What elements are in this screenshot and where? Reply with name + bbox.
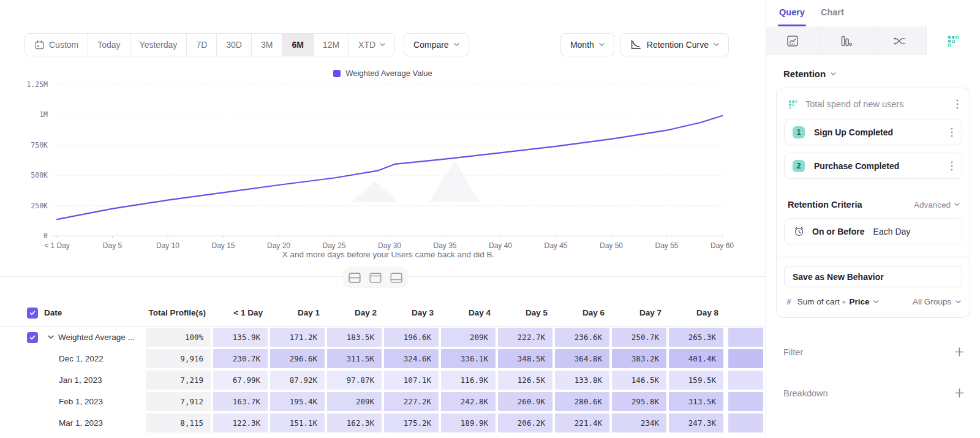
step-event-label: Sign Up Completed: [814, 127, 949, 137]
report-section-dropdown[interactable]: Retention: [776, 55, 970, 88]
retention-value-cell: 265.3K: [669, 328, 723, 347]
range-button-custom[interactable]: Custom: [25, 34, 88, 56]
compare-label: Compare: [413, 40, 449, 50]
retention-value-cell: 234K: [612, 413, 666, 432]
criteria-mode-dropdown[interactable]: Advanced: [914, 200, 960, 210]
retention-timing-card[interactable]: On or Before Each Day: [784, 218, 962, 244]
kebab-menu-icon[interactable]: [949, 160, 954, 172]
retention-value-cell: 313.5K: [669, 392, 723, 411]
retention-grid-icon[interactable]: [927, 26, 980, 55]
retention-value-cell: 260.9K: [498, 392, 552, 411]
step-number-badge: 1: [793, 126, 805, 138]
retention-value-cell: 311.5K: [327, 349, 382, 368]
event-step-sign-up-completed[interactable]: 1Sign Up Completed: [784, 119, 962, 145]
range-button-today[interactable]: Today: [88, 34, 130, 56]
range-button-12m[interactable]: 12M: [314, 34, 349, 56]
x-axis-tick-label: Day 60: [710, 241, 734, 250]
criteria-mode-label: Advanced: [914, 200, 951, 210]
retention-value-cell: 116.9K: [441, 371, 496, 390]
tab-query[interactable]: Query: [779, 7, 805, 26]
retention-value-cell: 196.6K: [384, 328, 439, 347]
x-axis-tick-label: Day 35: [433, 241, 456, 250]
table-only-view-button[interactable]: [386, 269, 406, 286]
kebab-menu-icon[interactable]: [955, 98, 960, 110]
card-divider: [777, 257, 970, 257]
column-header: Day 4: [441, 308, 498, 317]
retention-value-cell: 242.8K: [441, 392, 496, 411]
retention-value-cell: 151.1K: [270, 413, 325, 432]
layout-view-toggle: [343, 267, 408, 288]
retention-value-cell: 107.1K: [384, 371, 439, 390]
x-axis-tick-label: Day 25: [322, 241, 345, 250]
range-button-3m[interactable]: 3M: [252, 34, 282, 56]
chart-type-dropdown[interactable]: Retention Curve: [620, 33, 729, 56]
column-header: Day 1: [270, 308, 327, 317]
range-button-7d[interactable]: 7D: [187, 34, 217, 56]
add-breakdown-button[interactable]: [952, 386, 967, 400]
granularity-label: Month: [570, 40, 594, 50]
column-header: Day 6: [555, 308, 612, 317]
retention-value-cell: 146.5K: [612, 371, 666, 390]
chevron-down-icon: [873, 300, 879, 304]
sidebar-tabs: Query Chart: [766, 0, 980, 26]
toolbar-right-controls: Month Retention Curve: [560, 33, 729, 56]
chart-only-view-button[interactable]: [366, 269, 385, 286]
row-label: Jan 1, 2023: [59, 376, 102, 385]
row-date-label: Weighted Average ...: [40, 333, 146, 342]
breadcrumb-arrow-icon: ▸: [843, 298, 846, 306]
expand-chevron-icon[interactable]: [48, 335, 54, 339]
calendar-icon: [34, 40, 45, 50]
retention-value-cell: 336.1K: [441, 349, 496, 368]
row-label: Feb 1, 2023: [59, 397, 103, 406]
retention-value-cell: 135.9K: [213, 328, 268, 347]
retention-value-cell: 162.3K: [327, 413, 382, 432]
granularity-dropdown[interactable]: Month: [560, 33, 614, 56]
range-button-6m[interactable]: 6M: [282, 34, 313, 56]
main-panel: CustomTodayYesterday7D30D3M6M12MXTD Comp…: [0, 0, 766, 438]
event-step-purchase-completed[interactable]: 2Purchase Completed: [784, 153, 962, 179]
retention-value-cell: 401.4K: [669, 349, 723, 368]
column-header: Day 2: [327, 308, 384, 317]
x-axis-caption: X and more days before your Users came b…: [0, 250, 777, 259]
range-button-30d[interactable]: 30D: [217, 34, 252, 56]
retention-value-cell: 87.92K: [270, 371, 325, 390]
retention-value-cell: 222.7K: [498, 328, 552, 347]
measure-event-label[interactable]: Sum of cart: [797, 297, 840, 306]
tab-chart[interactable]: Chart: [821, 7, 844, 26]
kebab-menu-icon[interactable]: [949, 126, 954, 138]
breakdown-section: Breakdown: [776, 386, 970, 400]
range-button-xtd[interactable]: XTD: [349, 34, 394, 56]
chevron-down-icon: [380, 43, 385, 47]
table-body: Weighted Average ...100%135.9K171.2K183.…: [0, 327, 766, 434]
retention-value-cell: 126.5K: [498, 371, 552, 390]
retention-value-cell: 247.3K: [669, 413, 723, 432]
clipped-value-cell: [728, 413, 763, 432]
compare-button[interactable]: Compare: [404, 33, 469, 56]
range-button-yesterday[interactable]: Yesterday: [130, 34, 187, 56]
table-row: Jan 1, 20237,21967.99K87.92K97.87K107.1K…: [0, 369, 766, 391]
retention-value-cell: 171.2K: [270, 328, 325, 347]
row-checkbox[interactable]: [27, 332, 38, 343]
bar-chart-icon[interactable]: [820, 26, 873, 55]
save-as-new-behavior-button[interactable]: Save as New Behavior: [784, 266, 962, 287]
flows-icon[interactable]: [873, 26, 927, 55]
chevron-down-icon: [831, 72, 836, 76]
add-filter-button[interactable]: [952, 345, 967, 359]
retention-value-cell: 250.7K: [612, 328, 666, 347]
group-selector-dropdown[interactable]: All Groups: [913, 297, 961, 306]
clipped-value-cell: [728, 392, 763, 411]
number-property-icon: #: [786, 297, 791, 306]
retention-value-cell: 122.3K: [213, 413, 268, 432]
retention-value-cell: 364.8K: [555, 349, 609, 368]
split-view-button[interactable]: [345, 269, 364, 286]
watermark-triangle: [429, 161, 480, 202]
measure-property-dropdown[interactable]: Price: [849, 297, 869, 306]
step-number-badge: 2: [793, 160, 805, 172]
measure-row: # Sum of cart ▸ Price All Groups: [784, 287, 962, 308]
x-axis-tick-label: Day 40: [489, 241, 512, 250]
select-all-checkbox[interactable]: [27, 308, 38, 319]
chevron-down-icon: [714, 43, 719, 47]
timing-value-label: Each Day: [873, 227, 911, 236]
insights-chart-icon[interactable]: [766, 26, 820, 55]
row-label: Dec 1, 2022: [59, 354, 104, 363]
